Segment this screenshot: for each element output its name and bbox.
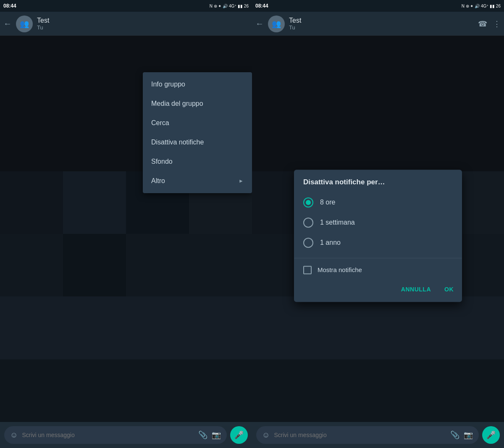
chat-area-left: Info gruppo Media del gruppo Cerca Disat… [0,36,252,422]
contact-info-right[interactable]: Test Tu [289,17,474,31]
back-button-left[interactable]: ← [3,19,12,29]
more-icon-right[interactable]: ⋮ [493,19,501,29]
camera-icon-right[interactable]: 📷 [464,430,473,440]
input-bar-left: ☺ 📎 📷 🎤 [0,422,252,448]
menu-item-altro[interactable]: Altro ► [143,171,252,191]
contact-sub-right: Tu [289,24,474,31]
input-bar-right: ☺ 📎 📷 🎤 [252,422,504,448]
emoji-icon-right[interactable]: ☺ [262,431,270,440]
mute-dialog: Disattiva notifiche per… 8 ore 1 settima… [294,170,462,302]
radio-label-1anno: 1 anno [320,239,341,246]
status-icons-right: N ⊛ ✦ 🔊 4G⁺ ▮▮ 26 [462,4,501,8]
mic-button-right[interactable]: 🎤 [482,426,500,444]
status-bar-left: 08:44 N ⊛ ✦ 🔊 4G⁺ ▮▮ 26 [0,0,252,12]
ok-button[interactable]: OK [443,283,455,295]
message-input-right[interactable] [274,432,446,438]
checkbox-label-mostra: Mostra notifiche [318,266,362,273]
menu-item-cerca[interactable]: Cerca [143,113,252,133]
radio-label-1settimana: 1 settimana [320,219,355,226]
contact-name-right: Test [289,17,474,24]
radio-option-8ore[interactable]: 8 ore [297,192,459,212]
left-panel: 08:44 N ⊛ ✦ 🔊 4G⁺ ▮▮ 26 ← 👥 Test Tu Info… [0,0,252,448]
radio-circle-1settimana [303,217,313,228]
chat-area-right: Disattiva notifiche per… 8 ore 1 settima… [252,36,504,422]
status-time-left: 08:44 [3,3,16,9]
right-panel: 08:44 N ⊛ ✦ 🔊 4G⁺ ▮▮ 26 ← 👥 Test Tu ☎ ⋮ … [252,0,504,448]
phone-icon-right[interactable]: ☎ [478,19,487,29]
checkbox-box-mostra [303,266,312,274]
checkbox-mostra-notifiche[interactable]: Mostra notifiche [294,260,462,280]
dialog-options: 8 ore 1 settimana 1 anno [294,192,462,256]
radio-inner-8ore [306,200,311,205]
contact-sub-left: Tu [37,24,249,31]
status-bar-right: 08:44 N ⊛ ✦ 🔊 4G⁺ ▮▮ 26 [252,0,504,12]
emoji-icon-left[interactable]: ☺ [10,431,18,440]
avatar-left: 👥 [16,16,33,32]
dropdown-menu: Info gruppo Media del gruppo Cerca Disat… [143,72,252,193]
cancel-button[interactable]: ANNULLA [399,283,433,295]
radio-circle-8ore [303,197,313,207]
attach-icon-left[interactable]: 📎 [198,430,207,440]
radio-option-1anno[interactable]: 1 anno [297,233,459,253]
input-wrap-left[interactable]: ☺ 📎 📷 [4,426,227,444]
radio-circle-1anno [303,238,313,248]
contact-name-left: Test [37,17,249,24]
message-input-left[interactable] [22,432,194,438]
menu-item-sfondo[interactable]: Sfondo [143,152,252,171]
dialog-actions: ANNULLA OK [294,280,462,302]
status-time-right: 08:44 [255,3,268,9]
input-wrap-right[interactable]: ☺ 📎 📷 [256,426,479,444]
top-bar-left: ← 👥 Test Tu [0,12,252,36]
radio-option-1settimana[interactable]: 1 settimana [297,212,459,233]
attach-icon-right[interactable]: 📎 [450,430,459,440]
avatar-right: 👥 [268,16,285,32]
altro-chevron-icon: ► [239,178,244,184]
radio-label-8ore: 8 ore [320,199,335,206]
mic-button-left[interactable]: 🎤 [230,426,248,444]
camera-icon-left[interactable]: 📷 [212,430,221,440]
dialog-divider [294,258,462,258]
status-icons-left: N ⊛ ✦ 🔊 4G⁺ ▮▮ 26 [210,4,249,8]
dialog-title: Disattiva notifiche per… [294,170,462,192]
menu-item-disattiva[interactable]: Disattiva notifiche [143,133,252,152]
contact-info-left[interactable]: Test Tu [37,17,249,31]
menu-item-media[interactable]: Media del gruppo [143,94,252,113]
top-bar-icons-right: ☎ ⋮ [478,19,501,29]
menu-item-info-gruppo[interactable]: Info gruppo [143,75,252,94]
top-bar-right: ← 👥 Test Tu ☎ ⋮ [252,12,504,36]
back-button-right[interactable]: ← [255,19,264,29]
